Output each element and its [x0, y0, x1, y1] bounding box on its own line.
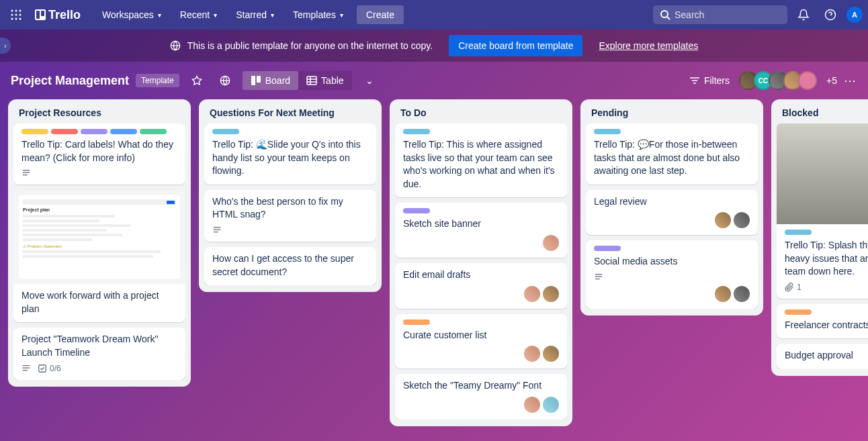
card[interactable]: Sketch the "Teamy Dreamy" Font — [395, 374, 567, 420]
card-label[interactable] — [21, 129, 48, 134]
svg-point-0 — [11, 10, 13, 12]
board-menu-icon[interactable]: ⋯ — [844, 73, 857, 88]
svg-marker-15 — [192, 76, 201, 85]
list-title[interactable]: Pending — [586, 106, 758, 124]
svg-rect-19 — [257, 76, 261, 83]
list-title[interactable]: Project Resources — [13, 106, 185, 124]
card-labels — [403, 129, 559, 134]
nav-templates[interactable]: Templates▾ — [285, 5, 351, 24]
chevron-down-icon: ▾ — [214, 11, 217, 19]
user-avatar[interactable]: A — [847, 7, 863, 23]
card[interactable]: Trello Tip: Card labels! What do they me… — [13, 124, 185, 185]
board-members[interactable]: CC — [743, 71, 817, 90]
trello-logo-icon — [35, 9, 46, 20]
description-icon — [21, 168, 31, 178]
nav-workspaces[interactable]: Workspaces▾ — [94, 5, 169, 24]
svg-point-8 — [19, 18, 21, 20]
star-icon[interactable] — [186, 70, 208, 91]
card-member-avatar[interactable] — [715, 212, 731, 228]
card-members — [403, 235, 559, 251]
search-wrapper — [653, 5, 787, 24]
help-icon[interactable] — [820, 4, 841, 26]
card-label[interactable] — [594, 129, 621, 134]
card-label[interactable] — [594, 246, 621, 251]
sidebar-expand-handle[interactable]: › — [0, 38, 11, 54]
card-member-avatar[interactable] — [543, 346, 559, 362]
card-label[interactable] — [403, 129, 430, 134]
search-input[interactable] — [653, 5, 787, 24]
card[interactable]: How can I get access to the super secret… — [204, 247, 376, 285]
card[interactable]: Freelancer contracts — [777, 304, 868, 339]
view-board-button[interactable]: Board — [243, 71, 298, 90]
card[interactable]: Social media assets — [586, 240, 758, 309]
svg-rect-18 — [251, 76, 255, 85]
card-member-avatar[interactable] — [524, 286, 540, 302]
visibility-icon[interactable] — [214, 70, 236, 91]
card-label[interactable] — [110, 129, 137, 134]
template-badge: Template — [136, 74, 179, 87]
card[interactable]: Curate customer list — [395, 314, 567, 369]
card-label[interactable] — [140, 129, 167, 134]
card[interactable]: Trello Tip: This is where assigned tasks… — [395, 124, 567, 197]
card[interactable]: Edit email drafts — [395, 263, 567, 309]
card-title: Trello Tip: Card labels! What do they me… — [21, 138, 177, 164]
list-title[interactable]: Questions For Next Meeting — [204, 106, 376, 124]
view-switcher: Board Table — [243, 71, 352, 90]
card-member-avatar[interactable] — [543, 286, 559, 302]
notifications-icon[interactable] — [793, 4, 814, 26]
card-label[interactable] — [403, 208, 430, 213]
card-member-avatar[interactable] — [734, 212, 750, 228]
list-cards: Trello Tip: Card labels! What do they me… — [13, 124, 185, 380]
card-member-avatar[interactable] — [524, 397, 540, 413]
card-member-avatar[interactable] — [734, 286, 750, 302]
card-label[interactable] — [51, 129, 78, 134]
create-from-template-button[interactable]: Create board from template — [449, 35, 582, 56]
card-title: Legal review — [594, 195, 750, 209]
card-label[interactable] — [785, 230, 812, 235]
list-title[interactable]: To Do — [395, 106, 567, 124]
more-members-count[interactable]: +5 — [826, 75, 837, 86]
card-title: Trello Tip: 🌊Slide your Q's into this ha… — [212, 138, 368, 178]
card-title: Social media assets — [594, 255, 750, 268]
member-avatar[interactable] — [798, 71, 817, 90]
explore-templates-link[interactable]: Explore more templates — [599, 40, 698, 51]
card[interactable]: Trello Tip: Splash those redtape-heavy i… — [777, 124, 868, 299]
svg-rect-20 — [307, 77, 316, 85]
trello-logo-text: Trello — [48, 8, 81, 22]
svg-point-6 — [11, 18, 13, 20]
card[interactable]: Project "Teamwork Dream Work" Launch Tim… — [13, 328, 185, 379]
card-member-avatar[interactable] — [543, 235, 559, 251]
filters-button[interactable]: Filters — [683, 71, 736, 90]
apps-switcher-icon[interactable] — [5, 4, 27, 26]
svg-point-7 — [15, 18, 17, 20]
card-label[interactable] — [81, 129, 107, 134]
card[interactable]: Budget approval — [777, 344, 868, 369]
card-label[interactable] — [403, 320, 430, 325]
card-member-avatar[interactable] — [524, 346, 540, 362]
view-table-button[interactable]: Table — [298, 71, 351, 90]
card[interactable]: Trello Tip: 🌊Slide your Q's into this ha… — [204, 124, 376, 185]
view-options-chevron[interactable]: ⌄ — [359, 70, 380, 91]
card-title: Sketch site banner — [403, 217, 559, 231]
board-title[interactable]: Project Management — [11, 74, 129, 88]
create-button[interactable]: Create — [357, 5, 404, 24]
card-label[interactable] — [212, 129, 239, 134]
list-cards: Trello Tip: 💬For those in-between tasks … — [586, 124, 758, 309]
card-title: Trello Tip: This is where assigned tasks… — [403, 138, 559, 191]
svg-point-4 — [15, 14, 17, 16]
trello-logo[interactable]: Trello — [30, 8, 86, 22]
list-title[interactable]: Blocked — [777, 106, 868, 124]
card[interactable]: Sketch site banner — [395, 203, 567, 258]
card-label[interactable] — [785, 309, 812, 315]
card-title: Move work forward with a project plan — [21, 289, 177, 315]
card-member-avatar[interactable] — [715, 286, 731, 302]
nav-starred[interactable]: Starred▾ — [228, 5, 282, 24]
card-member-avatar[interactable] — [543, 397, 559, 413]
card[interactable]: Who's the best person to fix my HTML sna… — [204, 190, 376, 242]
card[interactable]: Legal review — [586, 190, 758, 236]
card[interactable]: Project plan⚠ Problem StatementMove work… — [13, 190, 185, 322]
list-cards: Trello Tip: Splash those redtape-heavy i… — [777, 124, 868, 369]
nav-recent[interactable]: Recent▾ — [172, 5, 225, 24]
board-canvas[interactable]: Project ResourcesTrello Tip: Card labels… — [0, 99, 868, 441]
card[interactable]: Trello Tip: 💬For those in-between tasks … — [586, 124, 758, 185]
